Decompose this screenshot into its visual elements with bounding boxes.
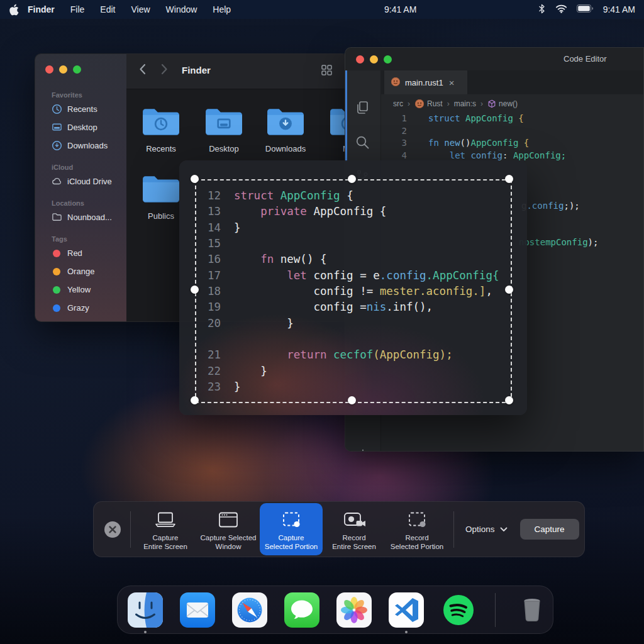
- line-number: 19: [179, 299, 221, 315]
- sidebar-item-label: Nounboad...: [67, 213, 112, 222]
- sidebar-item-icloud-drive[interactable]: iCloud Drive: [45, 172, 123, 191]
- folder-label: Publics: [148, 211, 174, 221]
- capture-entire-screen-button[interactable]: CaptureEntire Screen: [134, 503, 197, 555]
- dock-photos-icon[interactable]: [336, 592, 372, 628]
- close-circle-icon[interactable]: [104, 521, 121, 538]
- dock-messages-icon[interactable]: [284, 592, 319, 628]
- dock-safari-icon[interactable]: [232, 592, 267, 628]
- capture-button-label: Entire Screen: [143, 542, 187, 551]
- minimize-window-button[interactable]: [370, 55, 378, 64]
- close-tab-icon[interactable]: ×: [449, 77, 455, 88]
- menu-edit[interactable]: Edit: [100, 4, 115, 14]
- editor-traffic-lights[interactable]: [356, 55, 392, 64]
- line-number: 17: [179, 268, 221, 284]
- options-label: Options: [465, 525, 495, 534]
- selection-handle-left-middle[interactable]: [191, 286, 199, 294]
- capture-button-label: Selected Portion: [391, 542, 443, 551]
- rust-icon: [391, 77, 401, 89]
- bluetooth-icon[interactable]: [538, 4, 546, 16]
- files-icon[interactable]: [355, 100, 370, 118]
- dock-vscode-icon[interactable]: [389, 592, 424, 628]
- minimize-window-button[interactable]: [59, 65, 67, 74]
- capture-selected-window-button[interactable]: Capture SelectedWindow: [197, 503, 260, 555]
- dock-divider: [495, 593, 496, 627]
- record-entire-screen-button[interactable]: RecordEntire Screen: [323, 503, 386, 555]
- sidebar-section-label: Favorites: [52, 91, 123, 99]
- selection-handle-top-middle[interactable]: [348, 175, 356, 183]
- record-selected-portion-button[interactable]: RecordSelected Portion: [386, 503, 448, 555]
- folder-icon: [142, 106, 180, 140]
- sidebar-item-yellow[interactable]: Yellow: [45, 280, 123, 299]
- zoom-window-button[interactable]: [73, 65, 81, 74]
- close-window-button[interactable]: [45, 65, 53, 74]
- wifi-icon[interactable]: [555, 4, 567, 15]
- menu-view[interactable]: View: [131, 4, 150, 14]
- dock-finder-icon[interactable]: [128, 592, 163, 628]
- menu-file[interactable]: File: [70, 4, 85, 14]
- sidebar-item-desktop[interactable]: Desktop: [45, 118, 123, 136]
- folder-desktop[interactable]: Desktop: [194, 106, 254, 153]
- cloud-icon: [51, 176, 62, 187]
- clock-icon: [51, 104, 62, 114]
- record-icon: [343, 510, 366, 530]
- folder-recents[interactable]: Recents: [131, 106, 191, 153]
- menu-help[interactable]: Help: [213, 4, 231, 14]
- sidebar-item-label: Desktop: [67, 123, 97, 132]
- cube-icon: [487, 99, 496, 108]
- sidebar-item-orange[interactable]: Orange: [45, 262, 123, 280]
- capture-button-label: Capture: [535, 525, 565, 534]
- sidebar-section-label: Tags: [52, 235, 123, 243]
- forward-chevron-icon[interactable]: [161, 64, 168, 77]
- battery-icon[interactable]: [577, 4, 594, 14]
- tab-main-rust1[interactable]: main.rust1 ×: [384, 70, 467, 94]
- grid-view-icon[interactable]: [321, 65, 332, 78]
- selection-handle-top-right[interactable]: [505, 175, 513, 183]
- selection-handle-top-left[interactable]: [191, 175, 199, 183]
- menu-app-name[interactable]: Finder: [28, 4, 55, 14]
- zoom-window-button[interactable]: [384, 55, 392, 64]
- selection-handle-bottom-right[interactable]: [505, 396, 513, 404]
- finder-toolbar: Finder: [126, 54, 348, 89]
- line-number: 1: [380, 113, 407, 125]
- gear-icon[interactable]: [355, 448, 371, 452]
- capture-selected-portion-button[interactable]: CaptureSelected Portion: [260, 503, 323, 555]
- menu-bar-clock-center: 9:41 AM: [384, 0, 416, 19]
- line-number: 3: [380, 137, 407, 150]
- dashed-gray-icon: [406, 510, 428, 530]
- sidebar-item-red[interactable]: Red: [45, 244, 123, 262]
- sidebar-item-label: Red: [67, 248, 82, 258]
- tag-dot-icon: [51, 250, 62, 257]
- code-line: 2: [380, 125, 643, 138]
- breadcrumb-item-src[interactable]: src: [393, 99, 403, 108]
- line-number: 21: [179, 347, 221, 363]
- back-chevron-icon[interactable]: [139, 64, 146, 77]
- search-icon[interactable]: [355, 135, 370, 152]
- sidebar-item-nounboad-[interactable]: Nounboad...: [45, 208, 123, 226]
- selection-code-line: 19 config =nis.inf(),: [179, 299, 527, 315]
- finder-traffic-lights[interactable]: [45, 65, 123, 74]
- breadcrumb-item-new-[interactable]: new(): [487, 99, 518, 108]
- apple-icon[interactable]: [9, 4, 19, 16]
- breadcrumb-item-main-s[interactable]: main:s: [454, 99, 476, 108]
- sidebar-item-downloads[interactable]: Downloads: [45, 136, 123, 155]
- dock-spotify-icon[interactable]: [441, 592, 476, 628]
- sidebar-item-grazy[interactable]: Grazy: [45, 299, 123, 317]
- options-button[interactable]: Options: [465, 525, 508, 534]
- breadcrumb: src›Rust›main:s›new(): [393, 99, 518, 109]
- close-window-button[interactable]: [356, 55, 364, 64]
- menu-bar-status: 9:41 AM: [538, 0, 635, 19]
- line-number: 2: [380, 125, 407, 138]
- breadcrumb-item-rust[interactable]: Rust: [414, 99, 443, 109]
- sidebar-item-recents[interactable]: Recents: [45, 100, 123, 118]
- folder-downloads[interactable]: Downloads: [255, 106, 316, 153]
- selection-handle-right-middle[interactable]: [505, 286, 513, 294]
- dock-trash-icon[interactable]: [514, 592, 550, 628]
- capture-button[interactable]: Capture: [520, 519, 579, 540]
- selection-handle-bottom-middle[interactable]: [348, 396, 356, 404]
- dock-mail-icon[interactable]: [180, 592, 215, 628]
- menu-window[interactable]: Window: [166, 4, 197, 14]
- active-indicator: [345, 70, 347, 162]
- folder-icon: [204, 106, 243, 140]
- selection-handle-bottom-left[interactable]: [191, 396, 199, 404]
- capture-button-label: Record: [342, 533, 365, 542]
